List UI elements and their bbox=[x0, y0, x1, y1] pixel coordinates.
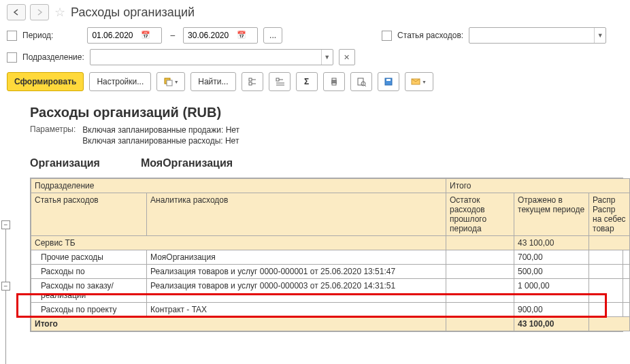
svg-rect-1 bbox=[167, 80, 172, 86]
report-title: Расходы организаций (RUB) bbox=[7, 99, 623, 125]
svg-rect-6 bbox=[332, 78, 336, 80]
section-name: Сервис ТБ bbox=[31, 236, 446, 250]
email-button[interactable]: ▼ bbox=[405, 72, 433, 91]
header-analytics: Аналитика расходов bbox=[147, 193, 446, 236]
header-balance: Остаток расходов прошлого периода bbox=[446, 193, 514, 236]
settings-button[interactable]: Настройки... bbox=[89, 72, 151, 91]
svg-rect-11 bbox=[386, 79, 391, 81]
table-row: Прочие расходы МояОрганизация 700,00 bbox=[31, 250, 630, 265]
subdivision-label: Подразделение: bbox=[22, 52, 84, 62]
org-label: Организация bbox=[30, 157, 100, 169]
table-row: Расходы по Реализация товаров и услуг 00… bbox=[31, 265, 630, 279]
expense-item-label: Статья расходов: bbox=[397, 31, 463, 40]
date-separator: – bbox=[167, 31, 178, 40]
chevron-down-icon[interactable]: ▼ bbox=[321, 50, 333, 65]
calendar-icon[interactable]: 📅 bbox=[237, 31, 246, 40]
save-button[interactable] bbox=[378, 72, 399, 91]
preview-button[interactable] bbox=[350, 72, 372, 91]
period-label: Период: bbox=[22, 31, 53, 40]
sum-button[interactable]: Σ bbox=[296, 72, 318, 91]
section-total: 43 100,00 bbox=[514, 236, 589, 250]
table-row: Расходы по проекту Контракт - TAX 900,00 bbox=[31, 303, 630, 317]
svg-rect-3 bbox=[249, 82, 252, 85]
params-values: Включая запланированные продажи: Нет Вкл… bbox=[82, 125, 239, 146]
grand-total-label: Итого bbox=[31, 317, 446, 331]
copy-settings-button[interactable]: ▼ bbox=[156, 72, 185, 91]
date-from-input[interactable]: 📅 bbox=[87, 27, 162, 44]
print-button[interactable] bbox=[323, 72, 345, 91]
date-to-input[interactable]: 📅 bbox=[183, 27, 258, 44]
subdivision-checkbox[interactable] bbox=[7, 52, 17, 63]
svg-rect-4 bbox=[276, 78, 279, 81]
subdivision-input[interactable]: ▼ bbox=[90, 49, 333, 65]
header-subdivision: Подразделение bbox=[31, 179, 446, 193]
back-button[interactable] bbox=[7, 4, 26, 20]
expense-item-input[interactable]: ▼ bbox=[469, 27, 606, 44]
svg-rect-7 bbox=[332, 83, 336, 85]
report-table: Подразделение Итого Статья расходов Анал… bbox=[30, 178, 623, 332]
table-row: Расходы по заказу/реализации Реализация … bbox=[31, 279, 630, 303]
grand-total: 43 100,00 bbox=[514, 317, 589, 331]
generate-button[interactable]: Сформировать bbox=[7, 72, 84, 91]
header-reflected: Отражено в текущем периоде bbox=[514, 193, 589, 236]
clear-subdivision-button[interactable]: ✕ bbox=[339, 49, 355, 65]
header-expense-item: Статья расходов bbox=[31, 193, 147, 236]
org-value: МояОрганизация bbox=[141, 157, 233, 169]
period-checkbox[interactable] bbox=[7, 31, 17, 41]
page-title: Расходы организаций bbox=[71, 5, 195, 20]
collapse-all-button[interactable] bbox=[269, 72, 291, 91]
header-distributed: Распр Распр на себес товар bbox=[589, 193, 630, 236]
chevron-down-icon[interactable]: ▼ bbox=[594, 28, 606, 43]
params-label: Параметры: bbox=[30, 125, 76, 146]
calendar-icon[interactable]: 📅 bbox=[141, 31, 150, 40]
favorite-icon[interactable]: ☆ bbox=[53, 5, 67, 19]
svg-rect-2 bbox=[249, 78, 252, 81]
expense-item-checkbox[interactable] bbox=[382, 31, 392, 41]
forward-button[interactable] bbox=[30, 4, 49, 20]
header-total: Итого bbox=[446, 179, 630, 193]
expand-all-button[interactable] bbox=[242, 72, 263, 91]
find-button[interactable]: Найти... bbox=[190, 72, 235, 91]
period-more-button[interactable]: ... bbox=[263, 27, 282, 44]
